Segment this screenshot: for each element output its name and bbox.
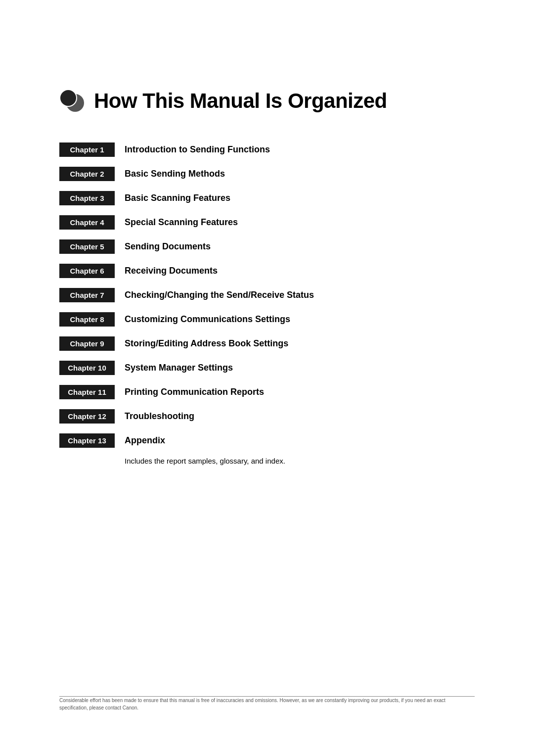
- page: How This Manual Is Organized Chapter 1In…: [0, 0, 534, 756]
- chapter-item: Chapter 9Storing/Editing Address Book Se…: [59, 331, 475, 356]
- chapter-item: Chapter 12Troubleshooting: [59, 404, 475, 428]
- chapter-title: System Manager Settings: [125, 363, 233, 373]
- chapter-badge: Chapter 11: [59, 385, 115, 399]
- chapter-badge: Chapter 13: [59, 433, 115, 448]
- chapter-title: Sending Documents: [125, 241, 211, 252]
- chapter-item: Chapter 1Introduction to Sending Functio…: [59, 138, 475, 162]
- chapter-badge: Chapter 12: [59, 409, 115, 424]
- chapter-title: Troubleshooting: [125, 411, 194, 422]
- chapter-badge: Chapter 1: [59, 142, 115, 157]
- chapter-title: Checking/Changing the Send/Receive Statu…: [125, 290, 314, 300]
- chapter-item: Chapter 13Appendix: [59, 428, 475, 453]
- chapter-item: Chapter 6Receiving Documents: [59, 259, 475, 283]
- chapter-item: Chapter 11Printing Communication Reports: [59, 380, 475, 404]
- chapter-title: Storing/Editing Address Book Settings: [125, 338, 288, 349]
- chapter-badge: Chapter 6: [59, 264, 115, 278]
- chapter-list: Chapter 1Introduction to Sending Functio…: [59, 138, 475, 453]
- page-title: How This Manual Is Organized: [94, 89, 387, 113]
- chapter-title: Introduction to Sending Functions: [125, 144, 270, 155]
- chapter-item: Chapter 2Basic Sending Methods: [59, 162, 475, 186]
- chapter-badge: Chapter 8: [59, 312, 115, 327]
- appendix-note: Includes the report samples, glossary, a…: [125, 457, 475, 465]
- chapter-title: Basic Scanning Features: [125, 193, 230, 203]
- chapter-badge: Chapter 3: [59, 191, 115, 205]
- chapter-item: Chapter 4Special Scanning Features: [59, 210, 475, 235]
- chapter-badge: Chapter 7: [59, 288, 115, 302]
- footer-text: Considerable effort has been made to ens…: [59, 697, 475, 711]
- chapter-title: Special Scanning Features: [125, 217, 238, 228]
- chapter-title: Appendix: [125, 435, 165, 446]
- chapter-title: Receiving Documents: [125, 266, 218, 276]
- chapter-title: Customizing Communications Settings: [125, 314, 290, 325]
- chapter-badge: Chapter 4: [59, 215, 115, 230]
- chapter-title: Printing Communication Reports: [125, 387, 264, 397]
- chapter-item: Chapter 3Basic Scanning Features: [59, 186, 475, 210]
- chapter-item: Chapter 10System Manager Settings: [59, 356, 475, 380]
- document-icon: [59, 89, 85, 113]
- chapter-badge: Chapter 5: [59, 239, 115, 254]
- chapter-title: Basic Sending Methods: [125, 169, 225, 179]
- chapter-badge: Chapter 10: [59, 361, 115, 375]
- chapter-item: Chapter 7Checking/Changing the Send/Rece…: [59, 283, 475, 307]
- chapter-item: Chapter 8Customizing Communications Sett…: [59, 307, 475, 331]
- page-header: How This Manual Is Organized: [59, 89, 475, 113]
- chapter-item: Chapter 5Sending Documents: [59, 235, 475, 259]
- chapter-badge: Chapter 2: [59, 167, 115, 181]
- chapter-badge: Chapter 9: [59, 336, 115, 351]
